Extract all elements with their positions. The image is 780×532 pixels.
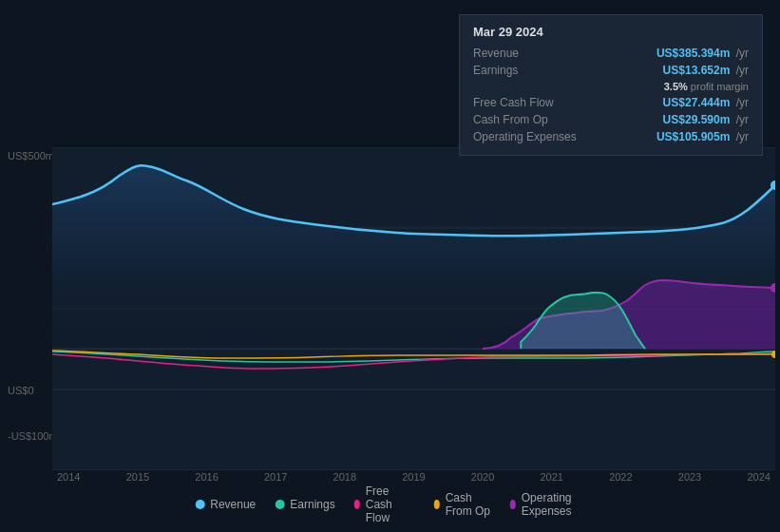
y-label-neg100m: -US$100m [8,430,58,442]
tooltip-row-earnings: Earnings US$13.652m /yr [473,62,749,79]
tooltip-row-opex: Operating Expenses US$105.905m /yr [473,128,749,145]
tooltip-label-opex: Operating Expenses [473,130,577,143]
y-label-0: US$0 [8,385,34,396]
tooltip-date: Mar 29 2024 [473,25,749,39]
tooltip-value-earnings: US$13.652m [663,64,731,77]
legend-label-opex: Operating Expenses [522,491,585,518]
tooltip-unit-opex: /yr [732,130,749,143]
tooltip-value-cashfromop: US$29.590m [663,113,731,126]
chart-legend: Revenue Earnings Free Cash Flow Cash Fro… [195,484,585,524]
legend-item-revenue[interactable]: Revenue [195,498,256,511]
tooltip-row-revenue: Revenue US$385.394m /yr [473,45,749,62]
legend-dot-revenue [195,500,204,509]
tooltip-value-revenue: US$385.394m [656,47,730,60]
x-label-2019: 2019 [402,471,425,483]
x-axis: 2014 2015 2016 2017 2018 2019 2020 2021 … [52,471,780,483]
tooltip-margin-value: 3.5% [664,81,688,92]
tooltip-margin-note: 3.5% profit margin [664,81,749,92]
legend-label-fcf: Free Cash Flow [366,484,415,524]
tooltip-value-fcf: US$27.444m [663,96,731,109]
x-label-2021: 2021 [540,471,562,483]
tooltip-panel: Mar 29 2024 Revenue US$385.394m /yr Earn… [459,14,763,156]
legend-dot-earnings [275,500,284,509]
tooltip-label-revenue: Revenue [473,47,519,60]
tooltip-row-fcf: Free Cash Flow US$27.444m /yr [473,94,749,111]
x-label-2023: 2023 [678,471,701,483]
tooltip-unit-fcf: /yr [732,96,749,109]
legend-item-fcf[interactable]: Free Cash Flow [354,484,415,524]
x-label-2015: 2015 [126,471,149,483]
tooltip-unit-earnings: /yr [732,64,749,77]
legend-dot-fcf [354,500,360,509]
y-label-500m: US$500m [8,150,54,162]
x-label-2022: 2022 [609,471,632,483]
legend-item-cashfromop[interactable]: Cash From Op [434,491,491,518]
legend-label-revenue: Revenue [210,498,256,511]
legend-label-earnings: Earnings [290,498,334,511]
tooltip-label-cashfromop: Cash From Op [473,113,548,126]
x-label-2016: 2016 [195,471,218,483]
legend-item-earnings[interactable]: Earnings [275,498,334,511]
legend-dot-opex [510,500,516,509]
tooltip-label-earnings: Earnings [473,64,518,77]
legend-dot-cashfromop [434,500,440,509]
tooltip-value-opex: US$105.905m [656,130,730,143]
legend-label-cashfromop: Cash From Op [446,491,491,518]
chart-svg [52,147,775,470]
x-label-2020: 2020 [471,471,494,483]
tooltip-label-fcf: Free Cash Flow [473,96,554,109]
tooltip-unit-cashfromop: /yr [732,113,749,126]
legend-item-opex[interactable]: Operating Expenses [510,491,585,518]
tooltip-row-margin: 3.5% profit margin [473,79,749,94]
x-label-2024: 2024 [747,471,770,483]
x-label-2014: 2014 [57,471,80,483]
tooltip-unit-revenue: /yr [732,47,749,60]
x-label-2018: 2018 [333,471,356,483]
x-label-2017: 2017 [264,471,287,483]
tooltip-row-cashfromop: Cash From Op US$29.590m /yr [473,111,749,128]
